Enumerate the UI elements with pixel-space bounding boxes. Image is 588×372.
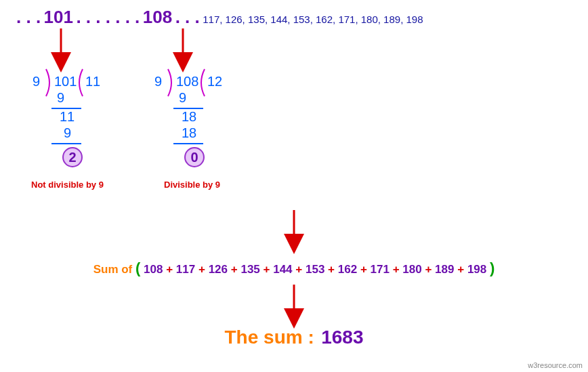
div-a-step1-sub: 9 <box>57 90 64 106</box>
sum-term: 153 <box>306 263 324 276</box>
div-b-divisor: 9 <box>154 74 162 89</box>
plus-icon: + <box>360 263 367 276</box>
div-a-remainder: 2 <box>62 147 83 167</box>
div-b-verdict: Divisible by 9 <box>164 180 257 190</box>
sum-term: 108 <box>144 263 163 276</box>
div-a-quotient: 11 <box>85 74 100 89</box>
plus-icon: + <box>231 263 238 276</box>
plus-icon: + <box>393 263 400 276</box>
result-value: 1683 <box>321 327 363 348</box>
sum-term: 171 <box>371 263 390 276</box>
plus-icon: + <box>198 263 205 276</box>
sum-term: 198 <box>467 263 486 276</box>
sum-terms: 108 + 117 + 126 + 135 + 144 + 153 + 162 … <box>144 263 490 276</box>
sum-term: 126 <box>209 263 228 276</box>
sum-term: 189 <box>435 263 454 276</box>
plus-icon: + <box>328 263 335 276</box>
paren-close: ) <box>490 260 495 276</box>
div-b-step1-sub: 9 <box>179 90 186 106</box>
div-b-step2-val: 18 <box>182 109 196 125</box>
plus-icon: + <box>457 263 464 276</box>
plus-icon: + <box>295 263 302 276</box>
div-a-divisor: 9 <box>33 74 40 89</box>
plus-icon: + <box>166 263 173 276</box>
paren-open: ( <box>135 260 140 276</box>
div-b-dividend: 108 <box>176 74 198 89</box>
plus-icon: + <box>425 263 432 276</box>
result-label: The sum : <box>225 327 314 348</box>
div-a-step2-sub: 9 <box>64 125 71 141</box>
div-a-verdict: Not divisible by 9 <box>31 180 135 190</box>
sum-term: 144 <box>273 263 292 276</box>
div-a-step2-val: 11 <box>60 109 75 125</box>
div-a-dividend: 101 <box>54 74 77 89</box>
credit: w3resource.com <box>528 361 583 369</box>
plus-icon: + <box>264 263 270 276</box>
div-b-step2-sub: 18 <box>182 125 196 141</box>
div-b-remainder: 0 <box>184 147 205 167</box>
sum-term: 162 <box>338 263 357 276</box>
sum-term: 135 <box>240 263 259 276</box>
sum-term: 180 <box>402 263 421 276</box>
div-b-quotient: 12 <box>207 74 222 89</box>
sum-term: 117 <box>176 263 195 276</box>
sum-label: Sum of <box>93 263 133 276</box>
